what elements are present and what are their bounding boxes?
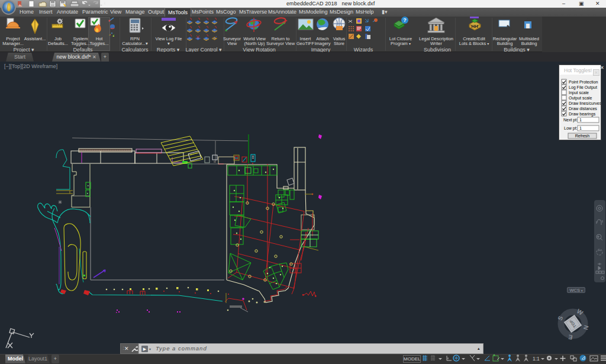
- svg-text:Refresh: Refresh: [575, 134, 590, 138]
- svg-text:Log File Output: Log File Output: [569, 85, 597, 90]
- svg-text:HH: HH: [471, 24, 478, 29]
- svg-text:Low pt:: Low pt:: [564, 126, 578, 131]
- svg-text:Input scale: Input scale: [569, 91, 589, 95]
- svg-text:Point Protection: Point Protection: [569, 80, 598, 84]
- svg-text:Draw bearings: Draw bearings: [569, 112, 596, 117]
- svg-text:?: ?: [403, 17, 407, 23]
- svg-text:1: 1: [579, 118, 582, 122]
- svg-text:1: 1: [579, 126, 582, 130]
- svg-text:1:1: 1:1: [533, 356, 540, 362]
- svg-text:Draw distances: Draw distances: [569, 107, 597, 111]
- svg-text:Draw lines/curves: Draw lines/curves: [569, 101, 601, 105]
- svg-text:Output scale: Output scale: [569, 96, 592, 101]
- svg-text:Next pt:: Next pt:: [563, 118, 578, 123]
